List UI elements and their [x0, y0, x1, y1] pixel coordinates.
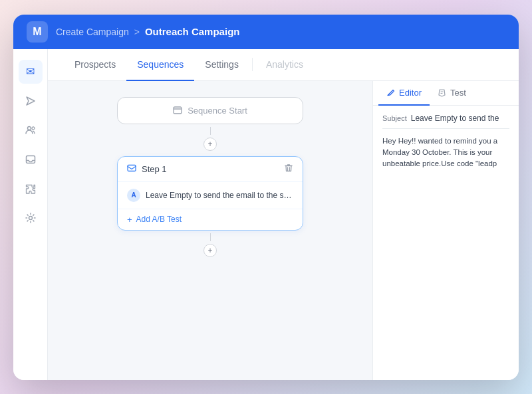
- breadcrumb-separator: >: [134, 27, 140, 37]
- sidebar-icon-inbox[interactable]: [19, 148, 43, 171]
- add-step-button-bottom[interactable]: +: [203, 244, 217, 257]
- subject-row: Subject Leave Empty to send the: [382, 114, 509, 129]
- tab-sequences[interactable]: Sequences: [126, 49, 194, 81]
- add-ab-button[interactable]: + Add A/B Test: [118, 209, 303, 230]
- content-area: Prospects Sequences Settings Analytics: [48, 49, 519, 380]
- panel-tab-editor[interactable]: Editor: [378, 81, 430, 106]
- main-area: ✉: [13, 49, 519, 380]
- tab-analytics[interactable]: Analytics: [255, 49, 314, 81]
- sequence-start-card: Sequence Start: [117, 97, 303, 124]
- svg-point-3: [29, 216, 32, 219]
- connector-line-top: [210, 127, 211, 135]
- canvas: Sequence Start +: [48, 81, 372, 380]
- breadcrumb: Create Campaign > Outreach Campaign: [56, 26, 239, 37]
- variant-badge: A: [127, 189, 140, 202]
- variant-row[interactable]: A Leave Empty to send the email to the s…: [118, 182, 303, 209]
- connector-line-bottom: [210, 233, 211, 241]
- tab-divider: [252, 58, 253, 71]
- add-step-button-top[interactable]: +: [203, 138, 217, 151]
- svg-point-0: [27, 126, 31, 130]
- svg-rect-5: [128, 165, 136, 171]
- sidebar-icon-envelope[interactable]: ✉: [19, 60, 43, 84]
- subject-label: Subject: [382, 114, 407, 122]
- tab-settings[interactable]: Settings: [194, 49, 249, 81]
- breadcrumb-current: Outreach Campaign: [145, 26, 240, 37]
- step-title-group: Step 1: [127, 163, 167, 175]
- sequence-start-label: Sequence Start: [188, 106, 247, 116]
- app-window: M Create Campaign > Outreach Campaign ✉: [13, 15, 519, 380]
- sidebar-icon-puzzle[interactable]: [19, 177, 43, 201]
- step-card: Step 1 A Leave Empty to send the e: [117, 156, 303, 231]
- panel-tabs: Editor Test: [373, 81, 519, 106]
- tab-nav: Prospects Sequences Settings Analytics: [48, 49, 519, 81]
- add-ab-plus-icon: +: [127, 215, 132, 225]
- sidebar-icon-users[interactable]: [19, 118, 43, 142]
- svg-point-1: [32, 127, 35, 130]
- variant-text: Leave Empty to send the email to the sa.…: [146, 191, 293, 200]
- add-ab-label: Add A/B Test: [136, 215, 182, 224]
- step-delete-button[interactable]: [284, 163, 293, 175]
- panel-tab-editor-label: Editor: [399, 88, 422, 98]
- svg-rect-4: [174, 107, 182, 114]
- logo: M: [27, 21, 48, 43]
- tab-prospects[interactable]: Prospects: [64, 49, 126, 81]
- sidebar: ✉: [13, 49, 48, 380]
- breadcrumb-prev[interactable]: Create Campaign: [56, 27, 129, 37]
- step-header: Step 1: [118, 157, 303, 182]
- sidebar-icon-settings[interactable]: [19, 206, 43, 230]
- panel-tab-test-label: Test: [450, 88, 466, 98]
- canvas-panel-area: Sequence Start +: [48, 81, 519, 380]
- panel-content: Subject Leave Empty to send the Hey Hey!…: [373, 106, 519, 380]
- right-panel: Editor Test Subject: [372, 81, 519, 380]
- subject-value: Leave Empty to send the: [411, 114, 499, 123]
- step-email-icon: [127, 163, 136, 175]
- email-body: Hey Hey!! wanted to remind you a Monday …: [382, 136, 509, 170]
- panel-tab-test[interactable]: Test: [430, 81, 474, 106]
- sidebar-icon-send[interactable]: [19, 89, 43, 113]
- step-title: Step 1: [142, 164, 167, 174]
- top-bar: M Create Campaign > Outreach Campaign: [13, 15, 519, 49]
